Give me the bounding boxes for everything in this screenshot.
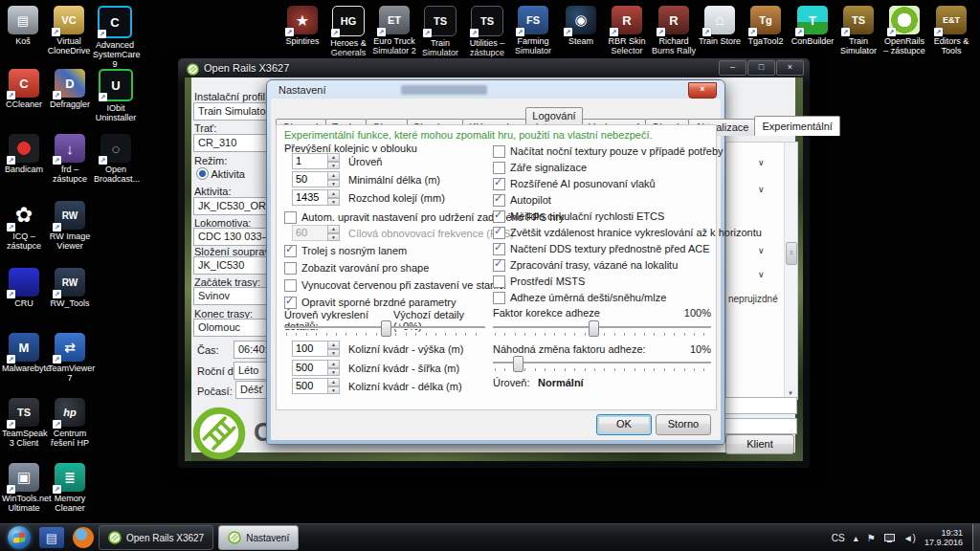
spinner-value[interactable]: 50 [292, 171, 327, 187]
track-gauge-spinner[interactable]: 1435 ▲▼ Rozchod kolejí (mm) [292, 189, 445, 206]
spin-up-icon[interactable]: ▲ [327, 378, 340, 386]
desktop-icon-obs[interactable]: Open Broadcast... [94, 134, 138, 184]
spinner-arrows[interactable]: ▲▼ [327, 153, 340, 169]
slider-thumb[interactable] [513, 356, 523, 372]
desktop-icon-virtual-clonedrive[interactable]: Virtual CloneDrive [47, 6, 91, 55]
spin-down-icon[interactable]: ▼ [327, 386, 340, 395]
checkbox-icon[interactable] [493, 162, 505, 174]
spin-down-icon[interactable]: ▼ [327, 198, 340, 207]
openrails-titlebar[interactable]: Open Rails X3627 – □ × [178, 58, 810, 77]
spin-up-icon[interactable]: ▲ [327, 171, 340, 180]
adhesion-random-slider[interactable] [493, 356, 711, 371]
dialog-close-button[interactable]: × [688, 82, 717, 99]
checkbox-icon[interactable] [493, 210, 505, 223]
route-detail-list[interactable]: ∨ ∨ ∨ ∨ neprujizdné ≡ ▾ [725, 142, 798, 400]
desktop-icon-train-store[interactable]: Train Store [698, 6, 742, 46]
desktop-icon-iobit[interactable]: IObit Uninstaller [94, 69, 138, 122]
checkbox-icon[interactable] [284, 211, 297, 224]
checkbox-forced-red[interactable]: Vynucovat červenou při zastavení ve stan… [284, 279, 506, 292]
scrollbar[interactable]: ≡ ▾ [784, 143, 797, 399]
storno-button[interactable]: Storno [656, 414, 711, 435]
desktop-icon-kos[interactable]: Koš [1, 6, 45, 46]
desktop-icon-steam[interactable]: Steam [559, 6, 603, 46]
checkbox-brake-params[interactable]: Opravit sporné brzdné parametry [284, 297, 456, 309]
desktop-icon-frd[interactable]: frd – zástupce [48, 134, 92, 184]
klient-button[interactable]: Klient [725, 434, 794, 454]
checkbox-icon[interactable] [493, 276, 505, 288]
desktop-icon-openrails[interactable]: OpenRails – zástupce [882, 6, 926, 55]
desktop-icon-icq[interactable]: ICQ – zástupce [2, 201, 46, 251]
checkbox-signal-glow[interactable]: Záře signalizace [493, 162, 587, 174]
desktop-icon-editors-tools[interactable]: Editors & Tools [929, 6, 973, 55]
desktop-icon-malwarebytes[interactable]: Malwarebyte [2, 333, 46, 373]
min-length-spinner[interactable]: 50 ▲▼ Minimální délka (m) [292, 171, 440, 187]
checkbox-autopilot[interactable]: Autopilot [493, 194, 551, 207]
minimize-button[interactable]: – [719, 60, 746, 76]
hidden-icons-arrow[interactable]: ▴ [854, 533, 858, 543]
checkbox-icon[interactable] [493, 145, 505, 158]
checkbox-ai-shunting[interactable]: Rozšířené AI posunovaní vlaků [493, 178, 656, 190]
collision-width-spinner[interactable]: 500 ▲▼ Kolizní kvádr - šířka (m) [292, 360, 459, 376]
checkbox-icon[interactable] [284, 245, 297, 257]
spin-up-icon[interactable]: ▲ [327, 189, 340, 198]
spinner-value[interactable]: 500 [292, 360, 327, 376]
start-button[interactable] [8, 526, 31, 549]
checkbox-shape-warnings[interactable]: Zobazit varování pro shape [284, 262, 429, 275]
checkbox-icon[interactable] [493, 194, 505, 207]
desktop-icon-spintires[interactable]: Spintires [280, 6, 324, 46]
lod-slider[interactable] [284, 320, 485, 336]
ok-button[interactable]: OK [596, 414, 652, 435]
desktop-icon-utilities[interactable]: Utilities – zástupce [465, 6, 509, 57]
spinner-value[interactable]: 1 [292, 153, 327, 169]
checkbox-icon[interactable] [284, 279, 297, 292]
show-desktop-button[interactable] [972, 524, 980, 551]
firefox-pinned-icon[interactable] [73, 527, 94, 548]
chevron-down-icon[interactable]: ∨ [758, 270, 765, 279]
network-icon[interactable] [884, 534, 895, 542]
checkbox-icon[interactable] [493, 227, 505, 239]
spinner-arrows[interactable]: ▲▼ [327, 378, 340, 394]
spinner-value[interactable]: 100 [292, 341, 327, 357]
checkbox-etcs[interactable]: Měřidlo cirkulační rychlosti ETCS [493, 210, 664, 223]
desktop-icon-defraggler[interactable]: Defraggler [48, 69, 92, 109]
desktop-icon-train-simulator-2[interactable]: Train Simulator [836, 6, 880, 55]
desktop-icon-teamspeak[interactable]: TeamSpeak 3 Client [2, 398, 46, 448]
spin-up-icon[interactable]: ▲ [327, 360, 340, 368]
collision-length-spinner[interactable]: 500 ▲▼ Kolizní kvádr - délka (m) [292, 378, 462, 394]
spinner-arrows[interactable]: ▲▼ [327, 171, 340, 187]
checkbox-weather-adhesion[interactable]: Adheze úměrná dešti/sněhu/mlze [493, 292, 666, 304]
desktop-icon-wintools[interactable]: WinTools.net Ultimate [2, 463, 46, 513]
spinner-value[interactable]: 1435 [292, 189, 327, 206]
mode-activity-radio[interactable]: Aktivita [196, 167, 245, 180]
volume-icon[interactable]: ◄) [903, 533, 916, 543]
checkbox-icon[interactable] [284, 297, 297, 309]
checkbox-icon[interactable] [493, 178, 505, 190]
desktop-icon-farming-simulator[interactable]: Farming Simulator 15 [511, 6, 555, 65]
desktop-icon-teamviewer[interactable]: TeamViewer 7 [48, 333, 92, 383]
desktop-icon-rbr-skin[interactable]: RBR Skin Selector [605, 6, 649, 55]
checkbox-location-passing[interactable]: Zpracování trasy, vázané na lokalitu [493, 259, 678, 272]
desktop-icon-memory-cleaner[interactable]: Memory Cleaner [48, 463, 92, 513]
taskbar-button-nastaveni[interactable]: Nastavení [218, 525, 299, 550]
file-manager-pinned-icon[interactable] [39, 527, 64, 548]
spinner-arrows[interactable]: ▲▼ [327, 341, 340, 357]
spinner-arrows[interactable]: ▲▼ [327, 189, 340, 206]
desktop-icon-heroes-generals[interactable]: Heroes & Generals [326, 6, 370, 57]
checkbox-catenary[interactable]: Trolej s nosným lanem [284, 245, 407, 257]
checkbox-viewing-distance[interactable]: Zvětšit vzdálenost hranice vykreslování … [493, 227, 762, 239]
superelevation-level-spinner[interactable]: 1 ▲▼ Úroveň [292, 153, 382, 169]
spinner-value[interactable]: 500 [292, 378, 327, 394]
tab-experimentalni[interactable]: Experimentální [754, 116, 839, 136]
desktop-icon-conbuilder[interactable]: ConBuilder [791, 6, 835, 46]
spin-down-icon[interactable]: ▼ [327, 349, 340, 358]
checkbox-dds-textures[interactable]: Načtení DDS textury přednostně před ACE [493, 243, 710, 255]
spin-up-icon[interactable]: ▲ [327, 153, 340, 162]
desktop-icon-rw-image-viewer[interactable]: RW Image Viewer [48, 201, 92, 251]
slider-thumb[interactable] [381, 320, 391, 337]
checkbox-icon[interactable] [493, 292, 505, 304]
desktop-icon-cru[interactable]: CRU [2, 268, 46, 308]
collision-height-spinner[interactable]: 100 ▲▼ Kolizní kvádr - výška (m) [292, 341, 463, 357]
taskbar-button-openrails[interactable]: Open Rails X3627 [99, 525, 213, 550]
checkbox-icon[interactable] [493, 243, 505, 255]
checkbox-icon[interactable] [284, 262, 297, 275]
